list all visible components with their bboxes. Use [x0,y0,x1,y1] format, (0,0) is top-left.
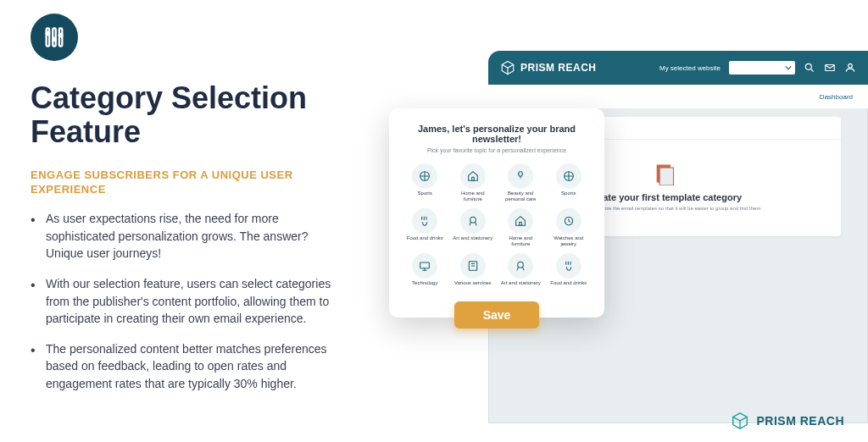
svg-point-8 [805,64,811,69]
category-icon [412,163,437,189]
category-icon [556,208,581,234]
modal-title: James, let's personalize your brand news… [403,124,591,144]
svg-rect-20 [519,172,522,176]
svg-point-5 [59,34,63,37]
category-label: Various services [454,280,492,286]
category-icon [460,163,486,189]
category-label: Sports [561,191,576,196]
svg-line-9 [811,69,814,72]
feature-bullets: As user expectations rise, the need for … [31,210,344,392]
category-option[interactable]: Sports [547,163,592,202]
category-label: Art and stationery [453,235,492,241]
svg-point-29 [518,262,524,268]
svg-rect-25 [420,262,430,268]
bullet-item: With our selection feature, users can se… [31,275,344,327]
footer-brand-text: PRISM REACH [756,414,844,428]
category-option[interactable]: Watches and jewelry [547,208,592,246]
app-topbar: PRISM REACH My selected website [488,51,868,85]
category-icon [460,208,486,234]
search-icon[interactable] [804,62,815,74]
category-icon [556,253,581,279]
template-icon [653,162,676,185]
bullet-item: As user expectations rise, the need for … [31,210,344,262]
category-label: Home and furniture [453,191,493,202]
brand-logo-circle [31,14,78,61]
modal-subtitle: Pick your favorite topic for a personali… [403,147,591,153]
website-select[interactable] [729,61,795,75]
category-label: Technology [412,280,437,286]
category-option[interactable]: Various services [451,253,496,286]
category-label: Beauty and personal care [500,191,541,202]
svg-point-3 [47,32,50,36]
prism-icon [731,412,749,430]
footer-brand: PRISM REACH [731,412,844,430]
breadcrumb-bar: Dashboard [488,85,868,108]
category-option[interactable]: Home and furniture [498,208,543,246]
category-label: Art and stationery [501,280,541,286]
category-icon [460,253,486,279]
svg-rect-19 [471,177,474,180]
category-label: Watches and jewelry [548,235,589,246]
category-option[interactable]: Home and furniture [451,163,496,202]
app-brand: PRISM REACH [500,60,597,75]
page-title: Category Selection Feature [31,81,344,150]
category-option[interactable]: Technology [403,253,448,286]
user-icon[interactable] [844,62,856,74]
category-option[interactable]: Art and stationery [498,253,543,286]
category-option[interactable]: Sports [403,163,448,202]
save-button[interactable]: Save [454,301,540,329]
svg-point-22 [470,218,476,224]
category-label: Food and drinks [550,280,587,286]
svg-rect-17 [659,168,673,185]
category-label: Food and drinks [407,235,443,241]
svg-point-11 [849,64,853,68]
chevron-down-icon [785,64,792,71]
mail-icon[interactable] [824,62,836,74]
category-label: Home and furniture [500,235,541,246]
category-icon [556,163,581,189]
category-icon [508,163,533,189]
category-option[interactable]: Beauty and personal care [498,163,543,202]
category-icon [508,208,533,234]
category-option[interactable]: Food and drinks [547,253,592,286]
page-subtitle: ENGAGE SUBSCRIBERS FOR A UNIQUE USER EXP… [31,169,344,197]
category-label: Sports [418,191,432,196]
breadcrumb-dashboard[interactable]: Dashboard [820,93,853,101]
category-option[interactable]: Food and drinks [403,208,448,246]
category-option[interactable]: Art and stationery [451,208,496,246]
bullet-item: The personalized content better matches … [31,340,344,392]
category-icon [508,253,533,279]
website-select-label: My selected website [659,64,721,72]
app-brand-text: PRISM REACH [520,62,597,74]
category-icon [412,208,437,234]
category-modal: James, let's personalize your brand news… [389,108,604,318]
svg-point-4 [53,38,56,41]
category-icon [412,253,437,279]
svg-rect-23 [520,223,522,226]
